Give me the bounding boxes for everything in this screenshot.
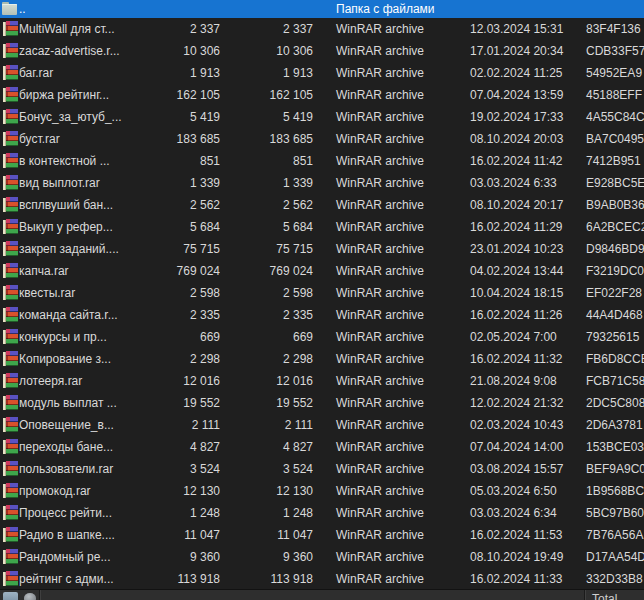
file-packed-size: 5 419	[220, 106, 313, 128]
icon-cell	[0, 546, 19, 568]
file-name[interactable]: Копирование з...	[19, 348, 145, 370]
parent-dir-row[interactable]: .. Папка с файлами	[0, 0, 644, 18]
file-name[interactable]: конкурсы и пр...	[19, 326, 145, 348]
file-type: WinRAR archive	[333, 524, 468, 546]
winrar-archive-icon	[2, 131, 18, 147]
file-row[interactable]: квесты.rar 2 598 2 598 WinRAR archive 10…	[0, 282, 644, 304]
file-row[interactable]: Копирование з... 2 298 2 298 WinRAR arch…	[0, 348, 644, 370]
file-row[interactable]: Бонус_за_ютуб_... 5 419 5 419 WinRAR arc…	[0, 106, 644, 128]
file-row[interactable]: закреп заданий.... 75 715 75 715 WinRAR …	[0, 238, 644, 260]
file-name[interactable]: капча.rar	[19, 260, 145, 282]
file-row[interactable]: вид выплот.rar 1 339 1 339 WinRAR archiv…	[0, 172, 644, 194]
file-packed-size: 12 016	[220, 370, 313, 392]
disk-icon[interactable]	[24, 593, 36, 600]
file-name[interactable]: буст.rar	[19, 128, 145, 150]
winrar-archive-icon	[2, 153, 18, 169]
file-modified-date: 21.08.2024 9:08	[468, 370, 584, 392]
file-name[interactable]: Процесс рейти...	[19, 502, 145, 524]
file-name[interactable]: рейтинг с адми...	[19, 568, 145, 590]
file-name[interactable]: переходы бане...	[19, 436, 145, 458]
file-name[interactable]: в контекстной ...	[19, 150, 145, 172]
file-size: 2 298	[145, 348, 220, 370]
file-type: WinRAR archive	[333, 348, 468, 370]
file-modified-date: 04.02.2024 13:44	[468, 260, 584, 282]
file-type: WinRAR archive	[333, 84, 468, 106]
file-row[interactable]: пользователи.rar 3 524 3 524 WinRAR arch…	[0, 458, 644, 480]
file-row[interactable]: Выкуп у рефер... 5 684 5 684 WinRAR arch…	[0, 216, 644, 238]
file-name[interactable]: вид выплот.rar	[19, 172, 145, 194]
file-name[interactable]: Радио в шапке....	[19, 524, 145, 546]
file-name[interactable]: лотееря.rar	[19, 370, 145, 392]
file-name[interactable]: биржа рейтинг...	[19, 84, 145, 106]
winrar-archive-icon	[2, 527, 18, 543]
file-row[interactable]: баг.rar 1 913 1 913 WinRAR archive 02.02…	[0, 62, 644, 84]
file-row[interactable]: модуль выплат ... 19 552 19 552 WinRAR a…	[0, 392, 644, 414]
file-name[interactable]: Бонус_за_ютуб_...	[19, 106, 145, 128]
file-packed-size: 75 715	[220, 238, 313, 260]
file-row[interactable]: биржа рейтинг... 162 105 162 105 WinRAR …	[0, 84, 644, 106]
file-row[interactable]: Процесс рейти... 1 248 1 248 WinRAR arch…	[0, 502, 644, 524]
file-row[interactable]: в контекстной ... 851 851 WinRAR archive…	[0, 150, 644, 172]
file-type: WinRAR archive	[333, 238, 468, 260]
file-row[interactable]: Рандомный ре... 9 360 9 360 WinRAR archi…	[0, 546, 644, 568]
file-packed-size: 1 913	[220, 62, 313, 84]
file-name[interactable]: MultiWall для ст...	[19, 18, 145, 40]
file-crc32: 2D6A3781	[584, 414, 644, 436]
file-packed-size: 9 360	[220, 546, 313, 568]
file-name[interactable]: закреп заданий....	[19, 238, 145, 260]
file-modified-date: 16.02.2024 11:42	[468, 150, 584, 172]
winrar-archive-icon	[2, 285, 18, 301]
icon-cell	[0, 172, 19, 194]
file-size: 19 552	[145, 392, 220, 414]
file-packed-size: 3 524	[220, 458, 313, 480]
icon-cell	[0, 348, 19, 370]
file-name[interactable]: квесты.rar	[19, 282, 145, 304]
icon-cell	[0, 106, 19, 128]
file-row[interactable]: MultiWall для ст... 2 337 2 337 WinRAR a…	[0, 18, 644, 40]
file-row[interactable]: лотееря.rar 12 016 12 016 WinRAR archive…	[0, 370, 644, 392]
file-row[interactable]: zacaz-advertise.r... 10 306 10 306 WinRA…	[0, 40, 644, 62]
file-type: WinRAR archive	[333, 568, 468, 590]
icon-cell	[0, 568, 19, 590]
file-row[interactable]: всплвуший бан... 2 562 2 562 WinRAR arch…	[0, 194, 644, 216]
file-row[interactable]: конкурсы и пр... 669 669 WinRAR archive …	[0, 326, 644, 348]
icon-cell	[0, 282, 19, 304]
key-icon[interactable]	[3, 592, 18, 600]
file-row[interactable]: Радио в шапке.... 11 047 11 047 WinRAR a…	[0, 524, 644, 546]
file-name[interactable]: пользователи.rar	[19, 458, 145, 480]
file-name[interactable]: Оповещение_в...	[19, 414, 145, 436]
winrar-archive-icon	[2, 65, 18, 81]
file-size: 162 105	[145, 84, 220, 106]
file-modified-date: 16.02.2024 11:32	[468, 348, 584, 370]
file-size: 12 016	[145, 370, 220, 392]
file-name[interactable]: баг.rar	[19, 62, 145, 84]
file-name[interactable]: промокод.rar	[19, 480, 145, 502]
file-row[interactable]: промокод.rar 12 130 12 130 WinRAR archiv…	[0, 480, 644, 502]
file-row[interactable]: Оповещение_в... 2 111 2 111 WinRAR archi…	[0, 414, 644, 436]
file-packed-size: 183 685	[220, 128, 313, 150]
winrar-archive-icon	[2, 241, 18, 257]
file-crc32: D17AA54D	[584, 546, 644, 568]
winrar-archive-icon	[2, 21, 18, 37]
file-size: 769 024	[145, 260, 220, 282]
file-row[interactable]: переходы бане... 4 827 4 827 WinRAR arch…	[0, 436, 644, 458]
file-row[interactable]: буст.rar 183 685 183 685 WinRAR archive …	[0, 128, 644, 150]
file-row[interactable]: рейтинг с адми... 113 918 113 918 WinRAR…	[0, 568, 644, 590]
parent-dir-name[interactable]: ..	[19, 0, 145, 18]
file-name[interactable]: Рандомный ре...	[19, 546, 145, 568]
file-name[interactable]: модуль выплат ...	[19, 392, 145, 414]
winrar-archive-icon	[2, 329, 18, 345]
file-type: WinRAR archive	[333, 546, 468, 568]
file-name[interactable]: всплвуший бан...	[19, 194, 145, 216]
file-packed-size: 19 552	[220, 392, 313, 414]
icon-cell	[0, 0, 19, 18]
file-packed-size: 12 130	[220, 480, 313, 502]
icon-cell	[0, 216, 19, 238]
file-name[interactable]: zacaz-advertise.r...	[19, 40, 145, 62]
file-name[interactable]: Выкуп у рефер...	[19, 216, 145, 238]
file-modified-date: 02.05.2024 7:00	[468, 326, 584, 348]
file-row[interactable]: команда сайта.r... 2 335 2 335 WinRAR ar…	[0, 304, 644, 326]
file-row[interactable]: капча.rar 769 024 769 024 WinRAR archive…	[0, 260, 644, 282]
file-crc32: 4A55C84C	[584, 106, 644, 128]
file-name[interactable]: команда сайта.r...	[19, 304, 145, 326]
